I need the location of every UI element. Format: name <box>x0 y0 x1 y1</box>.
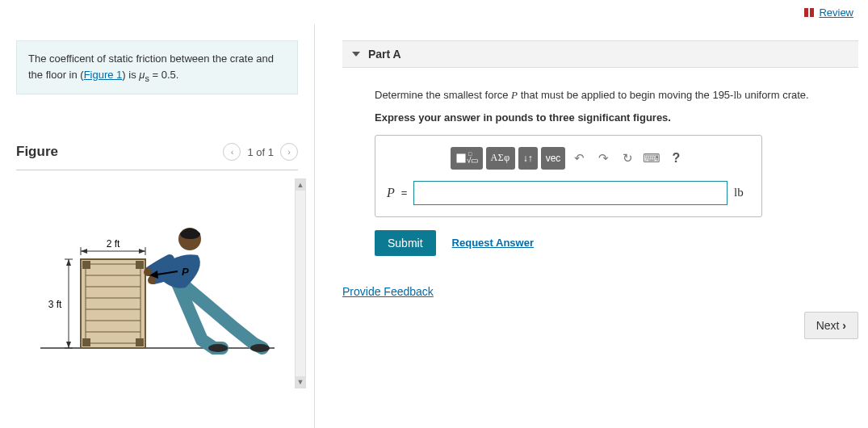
svg-rect-12 <box>136 261 144 269</box>
subsup-button[interactable]: ↓↑ <box>518 147 538 170</box>
svg-marker-18 <box>81 249 87 254</box>
dim-height: 3 ft <box>48 299 62 310</box>
scroll-down-icon[interactable]: ▼ <box>296 376 305 388</box>
svg-rect-32 <box>457 154 465 162</box>
submit-button[interactable]: Submit <box>375 230 436 256</box>
review-label: Review <box>819 6 853 19</box>
part-a-header[interactable]: Part A <box>342 40 858 68</box>
undo-button[interactable]: ↶ <box>568 147 589 170</box>
svg-point-25 <box>208 344 228 352</box>
svg-marker-19 <box>139 249 145 254</box>
dim-width: 2 ft <box>107 238 120 250</box>
right-pane: Part A Determine the smallest force P th… <box>315 24 868 428</box>
vec-button[interactable]: vec <box>541 147 566 170</box>
instruction-text: Express your answer in pounds to three s… <box>375 111 836 124</box>
svg-point-28 <box>148 276 156 284</box>
svg-marker-23 <box>66 259 71 266</box>
svg-rect-0 <box>804 8 808 17</box>
problem-text-post: ) is <box>122 69 139 81</box>
caret-down-icon <box>352 52 360 57</box>
left-pane: The coefficent of static friction betwee… <box>0 24 315 428</box>
svg-text:√▭: √▭ <box>467 156 478 165</box>
equation-toolbar: □√▭ ΑΣφ ↓↑ vec ↶ ↷ ↻ ⌨ ? <box>387 147 750 170</box>
greek-button[interactable]: ΑΣφ <box>486 147 515 170</box>
next-label: Next <box>816 319 840 332</box>
answer-input[interactable] <box>413 181 728 205</box>
force-label: P <box>182 266 189 278</box>
figure-prev-button[interactable]: ‹ <box>223 143 241 161</box>
help-button[interactable]: ? <box>665 147 686 170</box>
chevron-right-icon: › <box>842 319 846 332</box>
answer-box: □√▭ ΑΣφ ↓↑ vec ↶ ↷ ↻ ⌨ ? P = lb <box>375 135 762 217</box>
unit-label: lb <box>734 186 750 199</box>
svg-rect-1 <box>810 8 814 17</box>
review-link[interactable]: Review <box>804 6 853 19</box>
svg-rect-13 <box>82 338 90 346</box>
figure-body: 2 ft 3 ft <box>16 178 298 388</box>
request-answer-link[interactable]: Request Answer <box>452 237 534 249</box>
reset-button[interactable]: ↻ <box>617 147 638 170</box>
figure-svg: 2 ft 3 ft <box>16 178 283 372</box>
svg-point-26 <box>250 344 270 352</box>
svg-rect-14 <box>136 338 144 346</box>
figure-counter: 1 of 1 <box>247 146 274 158</box>
svg-rect-3 <box>81 259 145 348</box>
mu-value: = 0.5. <box>149 69 179 81</box>
part-a-title: Part A <box>368 48 401 61</box>
templates-button[interactable]: □√▭ <box>451 147 483 170</box>
variable-label: P <box>387 186 395 200</box>
problem-statement: The coefficent of static friction betwee… <box>16 40 298 94</box>
svg-marker-24 <box>66 342 71 348</box>
figure-title: Figure <box>16 144 58 160</box>
provide-feedback-link[interactable]: Provide Feedback <box>342 285 434 298</box>
equals-sign: = <box>401 187 408 199</box>
figure-link[interactable]: Figure 1 <box>84 69 123 81</box>
flag-icon <box>804 7 816 19</box>
figure-scrollbar[interactable]: ▲ ▼ <box>295 178 306 388</box>
redo-button[interactable]: ↷ <box>593 147 614 170</box>
figure-next-button[interactable]: › <box>280 143 298 161</box>
question-text: Determine the smallest force P that must… <box>375 87 836 103</box>
keyboard-button[interactable]: ⌨ <box>641 147 662 170</box>
svg-rect-11 <box>82 261 90 269</box>
next-button[interactable]: Next › <box>804 312 858 339</box>
scroll-up-icon[interactable]: ▲ <box>296 179 305 191</box>
